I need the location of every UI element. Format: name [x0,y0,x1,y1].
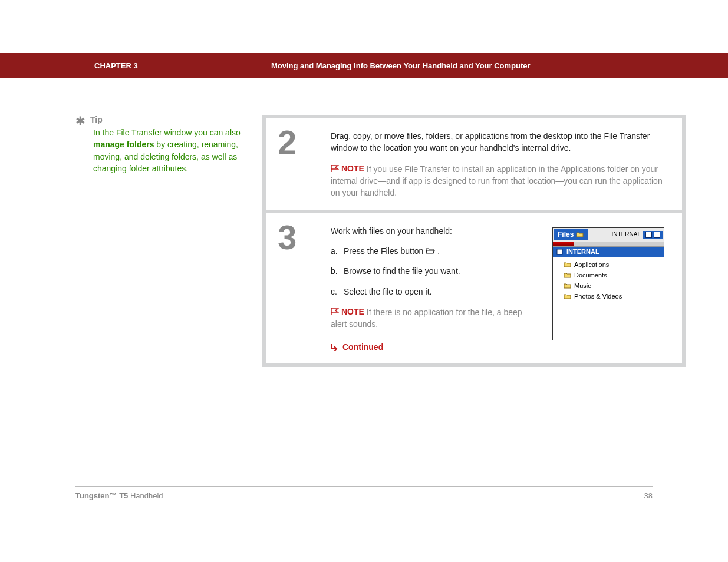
steps-container: 2 Drag, copy, or move files, folders, or… [262,115,686,367]
continued-indicator: Continued [331,341,535,353]
device-folder-item: Music [564,281,664,292]
device-folder-list: Applications Documents Music [553,257,664,340]
note-flag: NOTE [331,306,364,318]
tip-sidebar: ✱ Tip In the File Transfer window you ca… [75,115,241,174]
sub-c-text: Select the file to open it. [344,286,431,297]
device-selected-bar: INTERNAL [553,247,664,257]
step-3-sublist: a. Press the Files button . b. Browse to… [331,245,535,297]
note-label: NOTE [341,306,364,318]
step-2-content: Drag, copy, or move files, folders, or a… [325,118,682,210]
step-number-cell: 3 [266,213,325,363]
device-header-icon [654,232,660,238]
step-number-cell: 2 [266,118,325,210]
folder-open-icon [426,247,435,254]
device-folder-item: Documents [564,270,664,281]
folder-icon [564,293,572,300]
folder-name: Music [574,282,591,291]
step-3-content: Work with files on your handheld: a. Pre… [325,213,682,363]
page-footer: Tungsten™ T5 Handheld 38 [75,486,653,500]
continued-arrow-icon [331,343,339,351]
sub-a-after: . [437,246,440,256]
tip-body: In the File Transfer window you can also… [93,127,241,174]
step-number-2: 2 [278,125,325,160]
page-number: 38 [644,491,653,500]
folder-name: Documents [574,271,607,280]
continued-label: Continued [342,341,383,353]
chapter-header-bar: CHAPTER 3 Moving and Managing Info Betwe… [0,53,728,78]
note-text: If you use File Transfer to install an a… [331,164,663,198]
step-2-body: Drag, copy, or move files, folders, or a… [331,130,668,154]
tip-label: Tip [90,115,103,124]
sub-item-a: a. Press the Files button . [331,245,535,257]
tip-text-before: In the File Transfer window you can also [93,128,241,137]
folder-name: Photos & Videos [574,292,622,302]
step-number-3: 3 [278,220,325,254]
product-name: Tungsten™ T5 Handheld [75,491,163,500]
device-header-icons [643,231,663,239]
step-3-intro: Work with files on your handheld: [331,225,535,237]
sub-item-b: b. Browse to find the file you want. [331,265,535,277]
manage-folders-link[interactable]: manage folders [93,140,154,149]
folder-icon [564,272,572,279]
device-screen: Files INTERNAL [552,227,664,340]
device-folder-item: Applications [564,260,664,270]
device-tabs [553,242,664,247]
step-3-text-column: Work with files on your handheld: a. Pre… [331,225,535,353]
device-location-label: INTERNAL [612,230,641,239]
folder-icon [564,262,572,268]
sub-letter: b. [331,265,344,277]
device-selected-label: INTERNAL [566,247,599,257]
step-3-note: NOTE If there is no application for the … [331,306,535,330]
sub-letter: a. [331,245,344,257]
step-2-note: NOTE If you use File Transfer to install… [331,163,668,199]
device-header-icon [645,232,652,238]
note-label: NOTE [341,163,364,174]
sub-a-before: Press the Files button [344,246,426,256]
chapter-label: CHAPTER 3 [94,61,271,70]
product-bold: Tungsten™ T5 [75,491,128,500]
svg-rect-0 [557,249,562,254]
folder-name: Applications [574,260,609,270]
folder-icon [564,283,572,289]
sub-item-c: c. Select the file to open it. [331,286,535,297]
device-title-area: Files [554,229,588,240]
step-2-block: 2 Drag, copy, or move files, folders, or… [266,118,682,210]
asterisk-icon: ✱ [75,115,85,127]
sub-letter: c. [331,286,344,297]
drive-icon [556,249,563,255]
section-title: Moving and Managing Info Between Your Ha… [271,61,531,70]
note-flag: NOTE [331,163,364,174]
device-folder-item: Photos & Videos [564,292,664,302]
flag-icon [331,308,339,315]
product-rest: Handheld [128,491,163,500]
device-title: Files [558,230,574,240]
folder-open-icon [576,232,584,238]
step-3-block: 3 Work with files on your handheld: a. P… [266,213,682,363]
flag-icon [331,165,339,172]
sub-b-text: Browse to find the file you want. [344,265,460,277]
device-screenshot: Files INTERNAL [552,225,668,353]
tip-header: ✱ Tip [75,115,241,127]
device-header: Files INTERNAL [553,228,664,242]
